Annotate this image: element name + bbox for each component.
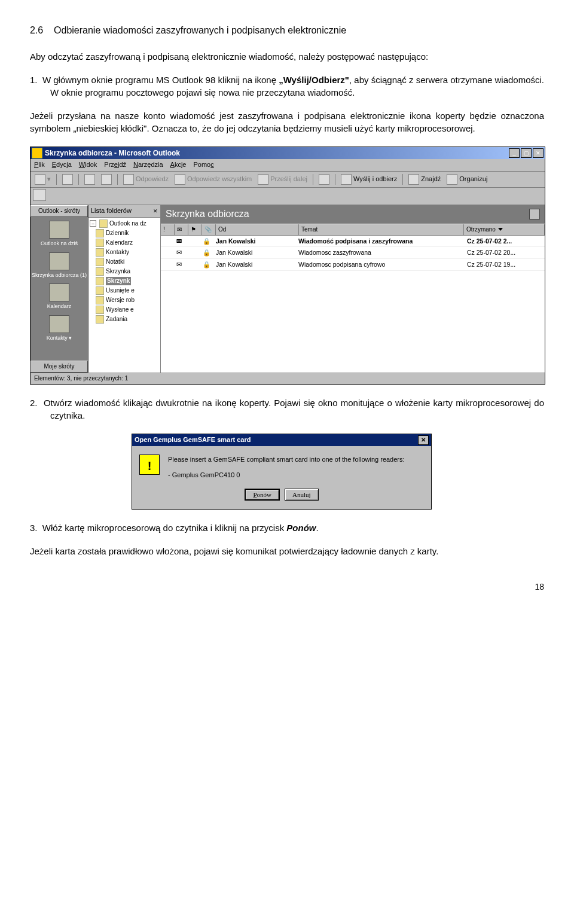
folder-root[interactable]: –Outlook na dz [90, 219, 159, 228]
col-from[interactable]: Od [216, 224, 299, 235]
menu-plik[interactable]: PPliklik [34, 160, 45, 169]
move-button[interactable] [82, 173, 97, 186]
print-button[interactable] [60, 173, 75, 186]
shortcut-bar-header[interactable]: Outlook - skróty [30, 205, 88, 217]
mail-subject: Wiadomosc zaszyfrowana [296, 248, 465, 258]
delete-button[interactable] [99, 173, 114, 186]
reply-icon [123, 174, 134, 185]
menu-akcje[interactable]: Akcje [170, 160, 187, 169]
delete-icon [101, 174, 112, 185]
inbox-icon [49, 252, 69, 270]
lock-icon: 🔒 [200, 236, 213, 246]
outlook-toolbar-2 [30, 188, 545, 205]
contacts-folder-icon [96, 248, 104, 257]
step-1-button-name: „Wyślij/Odbierz" [279, 75, 349, 85]
maximize-button[interactable]: ▢ [521, 148, 532, 158]
section-heading: 2.6 Odbieranie wiadomości zaszyfrowanych… [30, 24, 544, 37]
folder-list-header: Lista folderów ✕ [88, 205, 160, 217]
outlook-main-pane: Skrzynka odbiorcza ! ✉ ⚑ 📎 Od Temat Otrz… [161, 205, 545, 373]
notes-icon [96, 258, 104, 266]
minimize-button[interactable]: _ [509, 148, 520, 158]
outlook-screenshot: Skrzynka odbiorcza - Microsoft Outlook _… [30, 147, 544, 385]
main-header-title: Skrzynka odbiorcza [166, 208, 249, 221]
forward-icon [258, 174, 268, 185]
reply-button[interactable]: Odpowiedz [121, 173, 171, 186]
new-mail-button[interactable]: ▾ [32, 173, 53, 186]
send-receive-icon [341, 174, 352, 185]
shortcut-inbox[interactable]: Skrzynka odbiorcza (1) [30, 252, 88, 279]
outlook-app-icon [32, 148, 42, 158]
menu-widok[interactable]: Widok [79, 160, 97, 169]
folder-kalendarz[interactable]: Kalendarz [90, 238, 159, 248]
folder-notatki[interactable]: Notatki [90, 257, 159, 267]
menu-edycja[interactable]: Edycja [52, 160, 72, 169]
folder-dziennik[interactable]: Dziennik [90, 228, 159, 238]
dialog-screenshot: Open Gemplus GemSAFE smart card ✕ Please… [30, 434, 544, 510]
forward-button[interactable]: Prześlij dalej [255, 173, 310, 186]
menu-narzedzia[interactable]: Narzędzia [133, 160, 163, 169]
folder-wersje[interactable]: Wersje rob [90, 295, 159, 305]
dialog-close-button[interactable]: ✕ [418, 435, 429, 445]
mail-date: Cz 25-07-02 2... [465, 236, 545, 246]
send-receive-button[interactable]: Wyślij i odbierz [338, 173, 399, 186]
reply-all-button[interactable]: Odpowiedz wszystkim [172, 173, 254, 186]
shortcut-outlook-today[interactable]: Outlook na dziś [30, 221, 88, 248]
addressbook-icon [319, 174, 329, 185]
mail-row[interactable]: ✉ 🔒 Jan Kowalski Wiadomosc zaszyfrowana … [161, 247, 545, 259]
dialog-line-1: Please insert a GemSAFE compliant smart … [168, 455, 424, 465]
addressbook-button[interactable] [316, 173, 332, 186]
contacts-icon [49, 315, 69, 333]
mailbox-icon [96, 267, 104, 276]
step-1-number: 1. [30, 75, 38, 85]
col-received[interactable]: Otrzymano [464, 224, 545, 235]
retry-button[interactable]: PPonówonów [245, 489, 280, 501]
folder-list-title: Lista folderów [91, 206, 132, 215]
menu-przejdz[interactable]: Przejdź [104, 160, 126, 169]
folder-skrzynka[interactable]: Skrzynka [90, 267, 159, 276]
step-1-text-a: W głównym oknie programu MS Outlook 98 k… [42, 75, 279, 85]
folder-wyslane[interactable]: Wysłane e [90, 305, 159, 315]
col-flag[interactable]: ⚑ [188, 224, 202, 235]
lock-icon: 🔒 [200, 248, 213, 258]
cancel-button[interactable]: Anuluj [285, 489, 319, 501]
toolbar2-icon[interactable] [33, 189, 46, 201]
sort-desc-icon [498, 228, 503, 231]
step-2-text: Otwórz wiadomość klikając dwukrotnie na … [44, 398, 544, 420]
move-icon [84, 174, 95, 185]
folder-list-close[interactable]: ✕ [153, 208, 158, 215]
mail-list: ✉ 🔒 Jan Kowalski Wiadomość podpisana i z… [161, 236, 545, 373]
col-importance[interactable]: ! [161, 224, 175, 235]
inbox-folder-icon [96, 277, 104, 285]
find-button[interactable]: Znajdź [406, 173, 443, 186]
organize-button[interactable]: Organizuj [444, 173, 490, 186]
step-2-number: 2. [30, 398, 38, 408]
folder-skrzynk-selected[interactable]: Skrzynk [90, 276, 159, 286]
mail-from: Jan Kowalski [213, 236, 296, 246]
section-title: Odbieranie wiadomości zaszyfrowanych i p… [54, 25, 346, 35]
shortcut-bar-more[interactable]: Moje skróty [30, 361, 88, 373]
folder-kontakty[interactable]: Kontakty [90, 248, 159, 257]
deleted-icon [96, 286, 104, 295]
menu-pomoc[interactable]: Pomoc [193, 160, 213, 169]
col-attachment[interactable]: 📎 [202, 224, 216, 235]
shortcut-calendar[interactable]: Kalendarz [30, 283, 88, 310]
step-3-number: 3. [30, 523, 38, 533]
col-subject[interactable]: Temat [299, 224, 464, 235]
close-button[interactable]: ✕ [533, 148, 544, 158]
col-icon[interactable]: ✉ [175, 224, 188, 235]
folder-usuniete[interactable]: Usunięte e [90, 286, 159, 295]
section-number: 2.6 [30, 25, 43, 35]
outlook-status-bar: Elementów: 3, nie przeczytanych: 1 [30, 373, 545, 384]
folder-zadania[interactable]: Zadania [90, 315, 159, 324]
mail-row[interactable]: ✉ 🔒 Jan Kowalski Wiadomość podpisana i z… [161, 236, 545, 248]
outlook-today-icon [49, 221, 69, 239]
mail-row[interactable]: ✉ 🔒 Jan Kowalski Wiadomosc podpisana cyf… [161, 259, 545, 271]
calendar-icon [49, 283, 69, 301]
envelope-icon: ✉ [174, 236, 187, 246]
shortcut-contacts[interactable]: Kontakty ▾ [30, 315, 88, 342]
organize-icon [447, 174, 457, 185]
warning-icon [139, 455, 160, 475]
intro-paragraph: Aby odczytać zaszyfrowaną i podpisaną el… [30, 50, 544, 63]
page-number: 18 [30, 581, 544, 593]
pin-icon[interactable] [529, 209, 540, 219]
